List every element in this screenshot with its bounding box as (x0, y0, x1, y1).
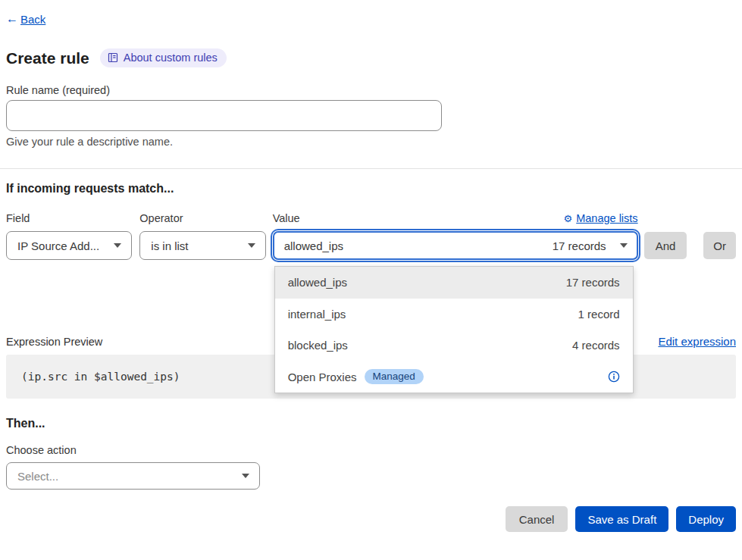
manage-lists-link[interactable]: ⚙ Manage lists (564, 212, 638, 224)
operator-select[interactable]: is in list (139, 231, 265, 260)
value-label: Value (273, 212, 300, 224)
info-icon[interactable] (608, 371, 620, 383)
deploy-button[interactable]: Deploy (676, 506, 736, 532)
value-label-row: Value ⚙ Manage lists (273, 212, 638, 224)
field-column: Field IP Source Add... (6, 212, 132, 260)
chevron-down-icon (242, 474, 249, 478)
value-selected: allowed_ips (284, 239, 343, 252)
back-link-label: Back (20, 13, 45, 26)
footer-actions: Cancel Save as Draft Deploy (6, 506, 736, 532)
match-section-heading: If incoming requests match... (6, 182, 736, 196)
list-dropdown-panel: allowed_ips 17 records internal_ips 1 re… (274, 266, 634, 393)
field-select-value: IP Source Add... (17, 239, 99, 252)
chevron-down-icon (114, 243, 121, 248)
list-option-open-proxies[interactable]: Open Proxies Managed (275, 361, 633, 393)
list-option-name: blocked_ips (288, 339, 348, 352)
list-option-name: internal_ips (288, 308, 346, 321)
expression-preview-label: Expression Preview (6, 336, 102, 348)
value-combobox[interactable]: allowed_ips 17 records (273, 231, 638, 260)
list-option-left: Open Proxies Managed (288, 369, 424, 384)
chevron-down-icon (620, 243, 628, 248)
about-badge-label: About custom rules (124, 52, 218, 64)
rule-name-input[interactable] (6, 100, 442, 131)
manage-lists-label: Manage lists (576, 212, 637, 224)
page-title: Create rule (6, 49, 89, 67)
choose-action-label: Choose action (6, 444, 736, 456)
or-button[interactable]: Or (703, 232, 736, 259)
list-option-records: 1 record (578, 308, 620, 321)
list-option-allowed-ips[interactable]: allowed_ips 17 records (275, 267, 633, 299)
arrow-left-icon: ← (6, 12, 18, 26)
list-option-name: Open Proxies (288, 371, 357, 383)
rule-name-help: Give your rule a descriptive name. (6, 136, 736, 148)
operator-select-value: is in list (151, 239, 188, 252)
section-divider (0, 168, 742, 169)
expression-code: (ip.src in $allowed_ips) (21, 371, 180, 383)
andor-buttons: And Or (644, 232, 736, 259)
and-button[interactable]: And (644, 232, 687, 259)
managed-badge: Managed (365, 369, 424, 384)
value-records-count: 17 records (553, 239, 606, 252)
rule-name-label: Rule name (required) (6, 84, 736, 96)
title-row: Create rule About custom rules (6, 48, 736, 67)
list-option-blocked-ips[interactable]: blocked_ips 4 records (275, 330, 633, 361)
action-select-placeholder: Select... (17, 470, 58, 483)
about-custom-rules-badge[interactable]: About custom rules (100, 48, 227, 67)
gear-icon: ⚙ (564, 213, 573, 224)
list-option-name: allowed_ips (288, 276, 347, 289)
create-rule-page: ←Back Create rule About custom rules Rul… (0, 0, 742, 532)
edit-expression-link[interactable]: Edit expression (658, 335, 736, 348)
operator-label: Operator (139, 212, 265, 224)
value-column: Value ⚙ Manage lists allowed_ips 17 reco… (273, 212, 638, 260)
action-select[interactable]: Select... (6, 462, 260, 490)
then-section-heading: Then... (6, 417, 736, 430)
list-option-records: 4 records (572, 339, 620, 352)
field-label: Field (6, 212, 132, 224)
chevron-down-icon (248, 243, 255, 248)
operator-column: Operator is in list (139, 212, 265, 260)
back-link[interactable]: ←Back (6, 12, 45, 26)
cancel-button[interactable]: Cancel (506, 506, 568, 532)
save-as-draft-button[interactable]: Save as Draft (575, 506, 668, 532)
condition-row: Field IP Source Add... Operator is in li… (6, 212, 736, 260)
list-option-records: 17 records (566, 276, 620, 289)
book-icon (108, 52, 118, 63)
field-select[interactable]: IP Source Add... (6, 231, 132, 260)
list-option-internal-ips[interactable]: internal_ips 1 record (275, 299, 633, 330)
